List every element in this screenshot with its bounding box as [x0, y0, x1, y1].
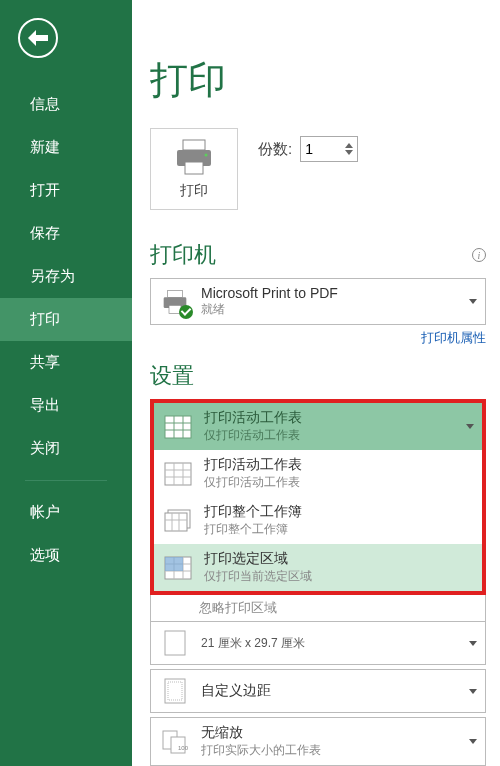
- nav-save[interactable]: 保存: [0, 212, 132, 255]
- svg-rect-12: [165, 463, 191, 485]
- scope-selected-sub: 仅打印活动工作表: [204, 427, 456, 444]
- nav-print[interactable]: 打印: [0, 298, 132, 341]
- copies-decrement[interactable]: [345, 150, 353, 155]
- svg-rect-4: [168, 290, 183, 297]
- sheets-stack-icon: [164, 509, 192, 533]
- svg-rect-2: [185, 162, 203, 174]
- ignore-print-area[interactable]: 忽略打印区域: [150, 595, 486, 622]
- printer-selector[interactable]: Microsoft Print to PDF 就绪: [150, 278, 486, 325]
- backstage-sidebar: 信息 新建 打开 保存 另存为 打印 共享 导出 关闭 帐户 选项: [0, 0, 132, 766]
- printer-name: Microsoft Print to PDF: [201, 285, 459, 301]
- nav-separator: [25, 480, 107, 481]
- chevron-down-icon: [469, 641, 477, 646]
- settings-section-title: 设置: [150, 361, 486, 391]
- svg-rect-27: [165, 557, 183, 571]
- scope-selected-title: 打印活动工作表: [204, 409, 456, 427]
- selection-icon: [164, 556, 192, 580]
- printer-status: 就绪: [201, 301, 459, 318]
- scale-icon: 100: [161, 729, 189, 755]
- nav-options[interactable]: 选项: [0, 534, 132, 577]
- paper-size-selector[interactable]: 21 厘米 x 29.7 厘米: [150, 622, 486, 665]
- chevron-down-icon: [469, 299, 477, 304]
- printer-properties-link[interactable]: 打印机属性: [421, 330, 486, 345]
- nav-saveas[interactable]: 另存为: [0, 255, 132, 298]
- margins-icon: [163, 677, 187, 705]
- page-title: 打印: [150, 55, 486, 106]
- print-panel: 打印 打印 份数: 1: [132, 0, 500, 766]
- scaling-selector[interactable]: 100 无缩放 打印实际大小的工作表: [150, 717, 486, 766]
- info-icon[interactable]: i: [472, 248, 486, 262]
- svg-rect-18: [165, 513, 187, 531]
- nav-new[interactable]: 新建: [0, 126, 132, 169]
- svg-rect-0: [183, 140, 205, 150]
- page-icon: [163, 629, 187, 657]
- back-button[interactable]: [18, 18, 58, 58]
- copies-input[interactable]: 1: [300, 136, 358, 162]
- copies-increment[interactable]: [345, 143, 353, 148]
- svg-rect-7: [165, 416, 191, 438]
- scope-option-active-sheet[interactable]: 打印活动工作表 仅打印活动工作表: [154, 450, 482, 497]
- nav-export[interactable]: 导出: [0, 384, 132, 427]
- nav-account[interactable]: 帐户: [0, 491, 132, 534]
- nav-share[interactable]: 共享: [0, 341, 132, 384]
- print-button[interactable]: 打印: [150, 128, 238, 210]
- scope-option-workbook[interactable]: 打印整个工作簿 打印整个工作簿: [154, 497, 482, 544]
- chevron-down-icon: [469, 739, 477, 744]
- copies-label: 份数:: [258, 140, 292, 159]
- chevron-down-icon: [466, 424, 474, 429]
- highlight-box: 打印活动工作表 仅打印活动工作表 打印活动工作表 仅打印活动工作表: [150, 399, 486, 595]
- sheet-icon: [164, 415, 192, 439]
- arrow-left-icon: [28, 30, 48, 46]
- printer-icon: [173, 138, 215, 176]
- margins-selector[interactable]: 自定义边距: [150, 669, 486, 713]
- svg-text:100: 100: [178, 745, 189, 751]
- print-button-label: 打印: [180, 182, 208, 200]
- nav-close[interactable]: 关闭: [0, 427, 132, 470]
- sheet-icon: [164, 462, 192, 486]
- chevron-down-icon: [469, 689, 477, 694]
- print-scope-dropdown[interactable]: 打印活动工作表 仅打印活动工作表: [154, 403, 482, 450]
- ready-badge-icon: [179, 305, 193, 319]
- svg-rect-28: [165, 631, 185, 655]
- nav-open[interactable]: 打开: [0, 169, 132, 212]
- svg-point-3: [205, 154, 208, 157]
- copies-value: 1: [305, 141, 313, 157]
- scope-option-selection[interactable]: 打印选定区域 仅打印当前选定区域: [154, 544, 482, 591]
- printer-section-title: 打印机 i: [150, 240, 486, 270]
- nav-info[interactable]: 信息: [0, 83, 132, 126]
